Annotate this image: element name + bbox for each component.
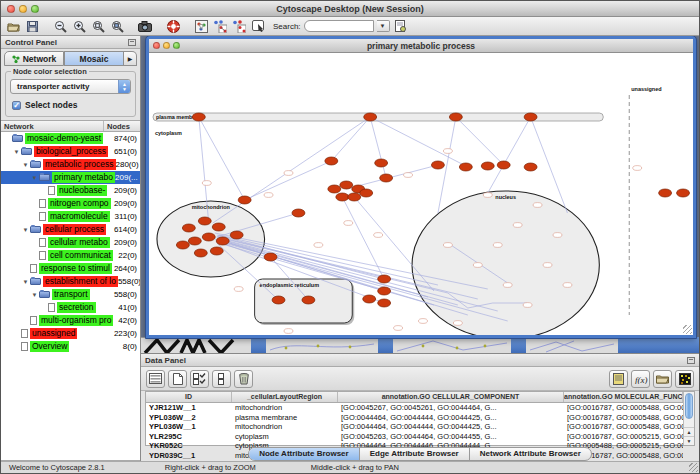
network-node-small[interactable] (473, 263, 482, 268)
network-node[interactable] (380, 174, 393, 182)
matrix-icon[interactable] (675, 370, 694, 388)
network-node[interactable] (238, 196, 251, 204)
network-node[interactable] (302, 296, 315, 304)
network-canvas[interactable]: plasma membranecytoplasmmitochondrionnuc… (149, 53, 693, 335)
network-window-titlebar[interactable]: primary metabolic process (149, 39, 693, 53)
network-tree-row[interactable]: mosaic-demo-yeast874(0) (1, 132, 140, 145)
float-panel-icon[interactable] (687, 357, 695, 364)
import-network-icon[interactable] (393, 19, 409, 34)
network-node-small[interactable] (553, 233, 562, 238)
expander-icon[interactable]: ▼ (21, 279, 30, 285)
network-node[interactable] (378, 299, 391, 307)
network-tree-row[interactable]: response to stimul264(0) (1, 262, 140, 275)
network-node[interactable] (378, 275, 391, 283)
network-tree-row[interactable]: ▼establishment of lo558(0) (1, 275, 140, 288)
column-header[interactable]: ID (146, 392, 232, 402)
network-node[interactable] (292, 209, 305, 217)
tab-edge-attribute-browser[interactable]: Edge Attribute Browser (360, 448, 470, 460)
new-network-selected-nodes-all-edges-icon[interactable] (212, 19, 228, 34)
network-tree-row[interactable]: ▼biological_process651(0) (1, 145, 140, 158)
network-tree-row[interactable]: nucleobase-209(0) (1, 184, 140, 197)
snapshot-icon[interactable] (137, 19, 153, 34)
delete-attribute-icon[interactable] (234, 370, 253, 388)
search-dropdown-icon[interactable]: ▼ (377, 20, 390, 32)
network-node-small[interactable] (503, 283, 512, 288)
network-node-small[interactable] (513, 223, 522, 228)
network-node-small[interactable] (633, 166, 642, 171)
compartment-nucleus[interactable] (412, 191, 599, 335)
network-node-small[interactable] (284, 329, 293, 334)
network-node-small[interactable] (533, 203, 542, 208)
network-node-small[interactable] (284, 171, 293, 176)
network-tree-row[interactable]: cellular metabo209(0) (1, 236, 140, 249)
background-window-frame[interactable] (251, 337, 266, 353)
table-row[interactable]: YJR121W__1mitochondrion[GO:0045267, GO:0… (146, 403, 683, 413)
network-node-small[interactable] (483, 193, 492, 198)
network-node[interactable] (336, 193, 349, 201)
network-node-small[interactable] (344, 221, 353, 226)
tab-mosaic[interactable]: Mosaic (64, 51, 124, 66)
network-node[interactable] (192, 113, 205, 121)
background-window-frame[interactable] (378, 337, 393, 353)
network-node-small[interactable] (394, 326, 403, 331)
network-overview-icon[interactable] (193, 19, 209, 34)
select-nodes-checkbox[interactable]: ✓ (12, 101, 21, 110)
window-resize-grip[interactable] (683, 325, 692, 334)
network-node-small[interactable] (523, 303, 532, 308)
network-node[interactable] (375, 159, 388, 167)
background-window-fragment[interactable] (393, 337, 511, 353)
app-resize-grip[interactable] (689, 463, 698, 472)
network-node[interactable] (459, 163, 472, 171)
save-icon[interactable] (24, 19, 40, 34)
network-node[interactable] (677, 189, 690, 197)
network-tree-row[interactable]: Overview8(0) (1, 340, 140, 353)
network-node[interactable] (364, 113, 377, 121)
tab-node-attribute-browser[interactable]: Node Attribute Browser (249, 448, 360, 460)
network-node[interactable] (449, 113, 462, 121)
network-node[interactable] (272, 296, 285, 304)
select-attributes-icon[interactable] (146, 370, 165, 388)
network-node[interactable] (188, 237, 201, 245)
network-tree-row[interactable]: ▼transport558(0) (1, 288, 140, 301)
network-tree-row[interactable]: secretion41(0) (1, 301, 140, 314)
network-node-small[interactable] (314, 243, 323, 248)
background-window-fragment[interactable] (266, 337, 378, 353)
attribute-batch-icon[interactable] (190, 370, 209, 388)
zoom-selected-icon[interactable] (109, 19, 125, 34)
help-icon[interactable] (165, 19, 181, 34)
network-node[interactable] (497, 161, 510, 169)
table-row[interactable]: YPL036W__2plasma membrane[GO:0044464, GO… (146, 413, 683, 423)
network-tree-row[interactable]: ▼metabolic process280(0) (1, 158, 140, 171)
scroll-down-icon[interactable]: ▼ (684, 436, 694, 445)
network-node[interactable] (481, 162, 494, 170)
network-node[interactable] (431, 161, 444, 169)
more-tabs-icon[interactable]: ▶ (124, 51, 137, 66)
network-node[interactable] (212, 223, 225, 231)
network-node-small[interactable] (443, 149, 452, 154)
network-node-small[interactable] (264, 193, 273, 198)
background-windows-strip[interactable] (141, 337, 699, 353)
tab-network-attribute-browser[interactable]: Network Attribute Browser (470, 448, 591, 460)
network-node[interactable] (363, 295, 376, 303)
open-icon[interactable] (5, 19, 21, 34)
network-node[interactable] (378, 287, 391, 295)
network-node[interactable] (176, 241, 189, 249)
network-node[interactable] (360, 189, 373, 197)
zoom-out-icon[interactable] (52, 19, 68, 34)
network-node[interactable] (524, 113, 537, 121)
network-tree-row[interactable]: nitrogen compo209(0) (1, 197, 140, 210)
network-tree-row[interactable]: multi-organism pro42(0) (1, 314, 140, 327)
scrollbar-thumb[interactable] (685, 393, 693, 419)
expander-icon[interactable]: ▼ (21, 227, 30, 233)
network-node[interactable] (325, 157, 338, 165)
expander-icon[interactable]: ▼ (30, 175, 39, 181)
annotation-icon[interactable] (250, 19, 266, 34)
new-network-selected-nodes-selected-edges-icon[interactable] (231, 19, 247, 34)
network-tree-row[interactable]: macromolecule311(0) (1, 210, 140, 223)
network-node-small[interactable] (543, 263, 552, 268)
scroll-up-icon[interactable]: ▲ (684, 427, 694, 436)
network-node-small[interactable] (419, 319, 428, 324)
create-attribute-icon[interactable] (168, 370, 187, 388)
network-node-small[interactable] (563, 283, 572, 288)
expander-icon[interactable]: ▼ (12, 149, 21, 155)
